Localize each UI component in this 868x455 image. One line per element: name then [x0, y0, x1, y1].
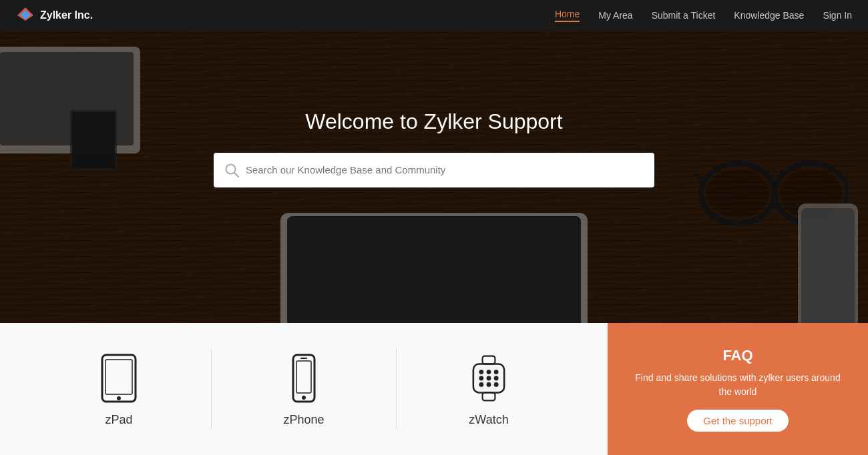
- faq-description: Find and share solutions with zylker use…: [628, 371, 848, 399]
- svg-point-35: [487, 376, 491, 380]
- svg-point-11: [706, 169, 769, 218]
- product-zwatch[interactable]: zWatch: [397, 352, 581, 427]
- zwatch-icon: [469, 352, 509, 405]
- svg-point-39: [494, 382, 499, 387]
- zwatch-label: zWatch: [469, 413, 508, 427]
- svg-rect-27: [483, 356, 495, 364]
- svg-rect-24: [296, 361, 311, 393]
- hero-content: Welcome to Zylker Support: [214, 109, 654, 187]
- svg-point-33: [494, 370, 499, 374]
- svg-rect-21: [105, 360, 132, 394]
- svg-rect-17: [287, 216, 581, 323]
- nav-submit-ticket[interactable]: Submit a Ticket: [652, 10, 716, 21]
- svg-line-19: [234, 173, 238, 177]
- nav-knowledge-base[interactable]: Knowledge Base: [734, 10, 804, 21]
- phone-corner-decoration: [788, 200, 868, 323]
- svg-point-38: [487, 382, 491, 387]
- search-input[interactable]: [246, 164, 644, 175]
- tablet-bottom-decoration: [277, 209, 591, 323]
- hero-title: Welcome to Zylker Support: [305, 109, 562, 134]
- product-zphone[interactable]: zPhone: [212, 352, 396, 427]
- notebook-decoration: [67, 107, 120, 173]
- svg-point-36: [494, 376, 499, 380]
- svg-rect-26: [300, 358, 307, 359]
- brand-name: Zylker Inc.: [40, 9, 93, 21]
- bottom-section: zPad zPhone: [0, 323, 868, 455]
- svg-rect-5: [72, 112, 115, 168]
- zpad-icon: [99, 352, 139, 405]
- zphone-label: zPhone: [283, 413, 324, 427]
- svg-point-37: [479, 382, 483, 387]
- products-section: zPad zPhone: [0, 323, 608, 455]
- product-zpad[interactable]: zPad: [27, 352, 211, 427]
- faq-title: FAQ: [722, 347, 752, 364]
- svg-line-9: [694, 173, 701, 180]
- brand-logo-link[interactable]: Zylker Inc.: [16, 6, 93, 25]
- hero-section: Welcome to Zylker Support: [0, 0, 868, 323]
- search-bar[interactable]: [214, 153, 654, 187]
- search-icon: [224, 163, 239, 177]
- svg-point-25: [302, 396, 306, 400]
- navbar: Zylker Inc. Home My Area Submit a Ticket…: [0, 0, 868, 31]
- nav-links: Home My Area Submit a Ticket Knowledge B…: [555, 9, 852, 22]
- svg-point-22: [117, 396, 121, 400]
- nav-home[interactable]: Home: [555, 9, 580, 22]
- svg-point-32: [487, 370, 491, 374]
- nav-my-area[interactable]: My Area: [598, 10, 632, 21]
- svg-point-31: [479, 370, 483, 374]
- faq-section: FAQ Find and share solutions with zylker…: [608, 323, 868, 455]
- brand-logo-icon: [16, 6, 35, 25]
- svg-rect-28: [483, 392, 495, 400]
- zphone-icon: [284, 352, 324, 405]
- get-support-button[interactable]: Get the support: [687, 410, 788, 432]
- nav-sign-in[interactable]: Sign In: [823, 10, 852, 21]
- svg-point-34: [479, 376, 483, 380]
- zpad-label: zPad: [105, 413, 132, 427]
- svg-rect-14: [801, 208, 855, 323]
